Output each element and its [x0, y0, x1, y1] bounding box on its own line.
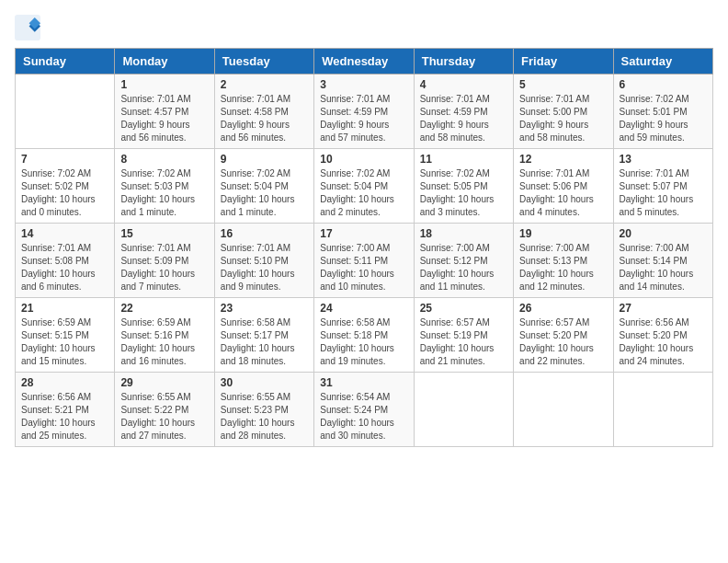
day-info: Sunrise: 7:01 AM Sunset: 5:08 PM Dayligh…: [21, 242, 108, 293]
calendar-cell: 28Sunrise: 6:56 AM Sunset: 5:21 PM Dayli…: [16, 373, 115, 447]
calendar-cell: 12Sunrise: 7:01 AM Sunset: 5:06 PM Dayli…: [514, 149, 613, 224]
day-number: 10: [320, 153, 407, 166]
day-number: 1: [120, 78, 208, 91]
day-info: Sunrise: 7:01 AM Sunset: 4:58 PM Dayligh…: [221, 93, 308, 144]
generalblue-logo-icon: [15, 15, 40, 40]
page-header: [15, 15, 713, 40]
calendar-cell: 10Sunrise: 7:02 AM Sunset: 5:04 PM Dayli…: [314, 149, 414, 224]
day-number: 24: [320, 302, 407, 315]
day-number: 19: [519, 227, 607, 240]
day-info: Sunrise: 7:02 AM Sunset: 5:05 PM Dayligh…: [420, 167, 507, 219]
day-number: 26: [519, 302, 607, 315]
weekday-header-sunday: Sunday: [16, 49, 115, 75]
calendar-cell: 15Sunrise: 7:01 AM Sunset: 5:09 PM Dayli…: [115, 224, 214, 298]
day-info: Sunrise: 7:02 AM Sunset: 5:04 PM Dayligh…: [221, 167, 308, 219]
calendar-cell: 21Sunrise: 6:59 AM Sunset: 5:15 PM Dayli…: [16, 298, 115, 373]
calendar-cell: 3Sunrise: 7:01 AM Sunset: 4:59 PM Daylig…: [314, 75, 414, 149]
day-number: 20: [620, 227, 707, 240]
day-number: 9: [221, 153, 308, 166]
day-number: 11: [420, 153, 507, 166]
day-info: Sunrise: 7:00 AM Sunset: 5:11 PM Dayligh…: [320, 242, 407, 293]
day-info: Sunrise: 6:55 AM Sunset: 5:23 PM Dayligh…: [221, 391, 308, 442]
day-number: 3: [320, 78, 407, 91]
calendar-week-3: 14Sunrise: 7:01 AM Sunset: 5:08 PM Dayli…: [16, 224, 713, 298]
day-number: 13: [620, 153, 707, 166]
calendar-cell: 7Sunrise: 7:02 AM Sunset: 5:02 PM Daylig…: [16, 149, 115, 224]
day-number: 30: [221, 376, 308, 389]
calendar-header: SundayMondayTuesdayWednesdayThursdayFrid…: [16, 49, 713, 75]
calendar-cell: 23Sunrise: 6:58 AM Sunset: 5:17 PM Dayli…: [214, 298, 313, 373]
day-info: Sunrise: 7:02 AM Sunset: 5:04 PM Dayligh…: [320, 167, 407, 219]
calendar-cell: 26Sunrise: 6:57 AM Sunset: 5:20 PM Dayli…: [514, 298, 613, 373]
day-number: 5: [519, 78, 607, 91]
calendar-cell: 24Sunrise: 6:58 AM Sunset: 5:18 PM Dayli…: [314, 298, 414, 373]
day-number: 23: [221, 302, 308, 315]
day-number: 27: [620, 302, 707, 315]
day-number: 6: [620, 78, 707, 91]
calendar-table: SundayMondayTuesdayWednesdayThursdayFrid…: [15, 48, 713, 447]
day-number: 16: [221, 227, 308, 240]
calendar-cell: 31Sunrise: 6:54 AM Sunset: 5:24 PM Dayli…: [314, 373, 414, 447]
calendar-cell: 22Sunrise: 6:59 AM Sunset: 5:16 PM Dayli…: [115, 298, 214, 373]
day-number: 17: [320, 227, 407, 240]
calendar-cell: 6Sunrise: 7:02 AM Sunset: 5:01 PM Daylig…: [613, 75, 712, 149]
day-info: Sunrise: 7:00 AM Sunset: 5:12 PM Dayligh…: [420, 242, 507, 293]
day-number: 28: [21, 376, 108, 389]
day-info: Sunrise: 7:02 AM Sunset: 5:02 PM Dayligh…: [21, 167, 108, 219]
calendar-cell: 27Sunrise: 6:56 AM Sunset: 5:20 PM Dayli…: [613, 298, 712, 373]
calendar-cell: 29Sunrise: 6:55 AM Sunset: 5:22 PM Dayli…: [115, 373, 214, 447]
calendar-cell: 17Sunrise: 7:00 AM Sunset: 5:11 PM Dayli…: [314, 224, 414, 298]
calendar-week-2: 7Sunrise: 7:02 AM Sunset: 5:02 PM Daylig…: [16, 149, 713, 224]
day-info: Sunrise: 7:02 AM Sunset: 5:01 PM Dayligh…: [620, 93, 707, 144]
calendar-week-1: 1Sunrise: 7:01 AM Sunset: 4:57 PM Daylig…: [16, 75, 713, 149]
calendar-cell: 5Sunrise: 7:01 AM Sunset: 5:00 PM Daylig…: [514, 75, 613, 149]
calendar-cell: 19Sunrise: 7:00 AM Sunset: 5:13 PM Dayli…: [514, 224, 613, 298]
day-info: Sunrise: 6:59 AM Sunset: 5:16 PM Dayligh…: [120, 316, 208, 368]
weekday-header-wednesday: Wednesday: [314, 49, 414, 75]
day-info: Sunrise: 6:55 AM Sunset: 5:22 PM Dayligh…: [120, 391, 208, 442]
day-number: 29: [120, 376, 208, 389]
calendar-cell: 13Sunrise: 7:01 AM Sunset: 5:07 PM Dayli…: [613, 149, 712, 224]
day-number: 7: [21, 153, 108, 166]
weekday-header-friday: Friday: [514, 49, 613, 75]
day-number: 21: [21, 302, 108, 315]
calendar-cell: 14Sunrise: 7:01 AM Sunset: 5:08 PM Dayli…: [16, 224, 115, 298]
day-info: Sunrise: 7:00 AM Sunset: 5:13 PM Dayligh…: [519, 242, 607, 293]
day-info: Sunrise: 6:54 AM Sunset: 5:24 PM Dayligh…: [320, 391, 407, 442]
weekday-header-tuesday: Tuesday: [214, 49, 313, 75]
calendar-cell: 25Sunrise: 6:57 AM Sunset: 5:19 PM Dayli…: [414, 298, 513, 373]
day-info: Sunrise: 6:57 AM Sunset: 5:20 PM Dayligh…: [519, 316, 607, 368]
day-info: Sunrise: 7:01 AM Sunset: 5:07 PM Dayligh…: [620, 167, 707, 219]
day-info: Sunrise: 7:01 AM Sunset: 4:59 PM Dayligh…: [320, 93, 407, 144]
day-number: 2: [221, 78, 308, 91]
day-info: Sunrise: 7:01 AM Sunset: 4:59 PM Dayligh…: [420, 93, 507, 144]
weekday-header-row: SundayMondayTuesdayWednesdayThursdayFrid…: [16, 49, 713, 75]
logo: [15, 15, 44, 40]
day-number: 14: [21, 227, 108, 240]
weekday-header-thursday: Thursday: [414, 49, 513, 75]
day-info: Sunrise: 6:57 AM Sunset: 5:19 PM Dayligh…: [420, 316, 507, 368]
calendar-body: 1Sunrise: 7:01 AM Sunset: 4:57 PM Daylig…: [16, 75, 713, 447]
weekday-header-saturday: Saturday: [613, 49, 712, 75]
day-number: 12: [519, 153, 607, 166]
day-info: Sunrise: 7:01 AM Sunset: 5:06 PM Dayligh…: [519, 167, 607, 219]
calendar-cell: 16Sunrise: 7:01 AM Sunset: 5:10 PM Dayli…: [214, 224, 313, 298]
day-info: Sunrise: 7:01 AM Sunset: 5:10 PM Dayligh…: [221, 242, 308, 293]
day-info: Sunrise: 7:01 AM Sunset: 5:00 PM Dayligh…: [519, 93, 607, 144]
day-number: 18: [420, 227, 507, 240]
day-number: 22: [120, 302, 208, 315]
day-number: 8: [120, 153, 208, 166]
day-number: 31: [320, 376, 407, 389]
calendar-cell: 11Sunrise: 7:02 AM Sunset: 5:05 PM Dayli…: [414, 149, 513, 224]
day-info: Sunrise: 7:01 AM Sunset: 5:09 PM Dayligh…: [120, 242, 208, 293]
calendar-cell: 18Sunrise: 7:00 AM Sunset: 5:12 PM Dayli…: [414, 224, 513, 298]
calendar-cell: [16, 75, 115, 149]
calendar-cell: [414, 373, 513, 447]
calendar-cell: 4Sunrise: 7:01 AM Sunset: 4:59 PM Daylig…: [414, 75, 513, 149]
calendar-cell: 8Sunrise: 7:02 AM Sunset: 5:03 PM Daylig…: [115, 149, 214, 224]
day-info: Sunrise: 6:59 AM Sunset: 5:15 PM Dayligh…: [21, 316, 108, 368]
day-info: Sunrise: 7:00 AM Sunset: 5:14 PM Dayligh…: [620, 242, 707, 293]
day-info: Sunrise: 6:56 AM Sunset: 5:21 PM Dayligh…: [21, 391, 108, 442]
weekday-header-monday: Monday: [115, 49, 214, 75]
calendar-cell: 1Sunrise: 7:01 AM Sunset: 4:57 PM Daylig…: [115, 75, 214, 149]
